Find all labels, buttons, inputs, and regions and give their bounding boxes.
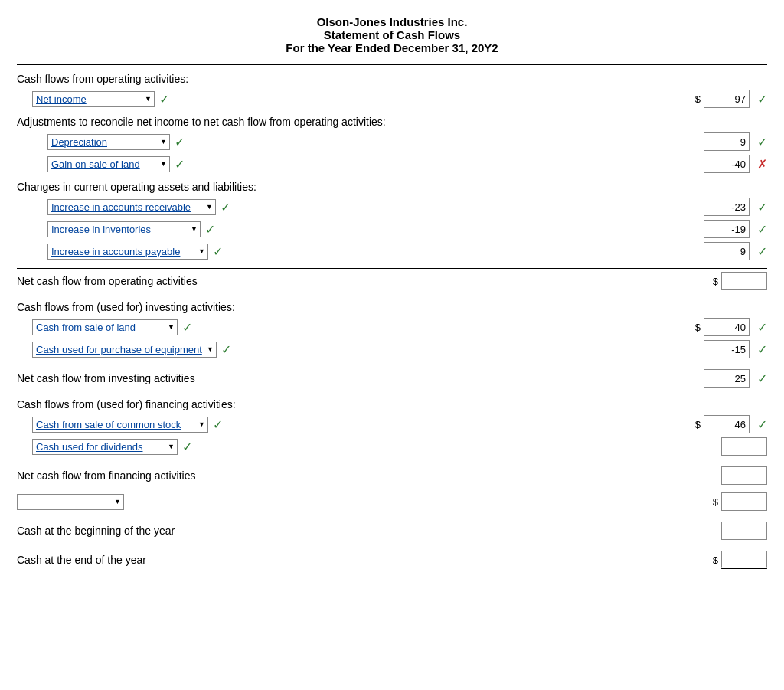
statement-title: Statement of Cash Flows — [17, 28, 767, 41]
purchase-equip-dropdown-wrapper[interactable]: Cash used for purchase of equipment — [32, 342, 217, 358]
ending-input[interactable] — [722, 554, 763, 565]
net-financing-input-area — [721, 466, 767, 485]
accts-payable-dropdown[interactable]: Increase in accounts payable — [47, 244, 208, 260]
depreciation-input-area: ✓ — [704, 132, 767, 151]
depreciation-dropdown-wrapper[interactable]: Depreciation — [47, 134, 170, 150]
accts-payable-input-area: ✓ — [704, 242, 767, 260]
common-stock-row: Cash from sale of common stock ✓ $ ✓ — [17, 415, 767, 433]
gain-land-input-area: ✗ — [704, 155, 767, 173]
dividends-input[interactable] — [722, 441, 763, 453]
depreciation-label-area: Depreciation ✓ — [47, 134, 704, 150]
dividends-input-area — [721, 437, 767, 456]
net-income-value-box[interactable] — [704, 90, 750, 108]
ending-label: Cash at the end of the year — [17, 554, 146, 566]
inventories-dropdown[interactable]: Increase in inventories — [47, 221, 201, 237]
dividends-row: Cash used for dividends ✓ — [17, 437, 767, 456]
report-header: Olson-Jones Industries Inc. Statement of… — [17, 15, 767, 54]
top-divider — [17, 64, 767, 65]
accts-receivable-check: ✓ — [220, 200, 230, 214]
net-income-input-area: $ ✓ — [695, 90, 767, 108]
net-investing-input[interactable] — [704, 373, 746, 384]
inventories-value-box[interactable] — [704, 220, 750, 238]
sale-land-dollar: $ — [695, 322, 701, 333]
dividends-dropdown[interactable]: Cash used for dividends — [32, 439, 178, 455]
period: For the Year Ended December 31, 20Y2 — [17, 41, 767, 54]
gain-land-input[interactable] — [704, 159, 746, 170]
net-change-input[interactable] — [722, 496, 763, 508]
common-stock-dropdown[interactable]: Cash from sale of common stock — [32, 417, 208, 433]
net-income-check: ✓ — [159, 92, 169, 106]
ending-value-box[interactable] — [721, 551, 767, 569]
accts-payable-dropdown-wrapper[interactable]: Increase in accounts payable — [47, 244, 208, 260]
blank-dropdown[interactable] — [17, 494, 124, 510]
accts-payable-label-area: Increase in accounts payable ✓ — [47, 244, 704, 260]
gain-land-row: Gain on sale of land ✓ ✗ — [17, 155, 767, 173]
sale-land-value-box[interactable] — [704, 318, 750, 336]
accts-payable-input[interactable] — [704, 246, 746, 257]
net-change-input-area: $ — [713, 492, 767, 511]
net-operating-label-area: Net cash flow from operating activities — [17, 275, 713, 287]
net-operating-input[interactable] — [722, 276, 763, 287]
accts-receivable-dropdown[interactable]: Increase in accounts receivable — [47, 199, 216, 215]
net-income-dropdown-wrapper[interactable]: Net income — [32, 91, 155, 107]
sale-land-label-area: Cash from sale of land ✓ — [32, 319, 695, 335]
company-name: Olson-Jones Industries Inc. — [17, 15, 767, 28]
purchase-equip-value-check: ✓ — [757, 342, 767, 357]
net-investing-value-box[interactable] — [704, 369, 750, 388]
purchase-equip-check: ✓ — [221, 342, 231, 357]
inventories-row: Increase in inventories ✓ ✓ — [17, 220, 767, 238]
dividends-check: ✓ — [182, 440, 192, 454]
net-financing-input[interactable] — [722, 470, 763, 482]
gain-land-value-box[interactable] — [704, 155, 750, 173]
gain-land-dropdown-wrapper[interactable]: Gain on sale of land — [47, 156, 170, 172]
net-income-dropdown[interactable]: Net income — [32, 91, 155, 107]
net-operating-row: Net cash flow from operating activities … — [17, 268, 767, 290]
net-financing-value-box[interactable] — [721, 466, 767, 485]
common-stock-value-box[interactable] — [704, 415, 750, 433]
beginning-value-box[interactable] — [721, 522, 767, 540]
gain-land-label-area: Gain on sale of land ✓ — [47, 156, 704, 172]
inventories-label-area: Increase in inventories ✓ — [47, 221, 704, 237]
page: Olson-Jones Industries Inc. Statement of… — [17, 15, 767, 569]
blank-dropdown-wrapper[interactable] — [17, 494, 124, 510]
sale-land-dropdown-wrapper[interactable]: Cash from sale of land — [32, 319, 178, 335]
depreciation-input[interactable] — [704, 136, 746, 148]
accts-receivable-dropdown-wrapper[interactable]: Increase in accounts receivable — [47, 199, 216, 215]
net-operating-value-box[interactable] — [721, 272, 767, 290]
depreciation-dropdown[interactable]: Depreciation — [47, 134, 170, 150]
net-investing-value-check: ✓ — [757, 371, 767, 386]
accts-receivable-label-area: Increase in accounts receivable ✓ — [47, 199, 704, 215]
accts-receivable-input[interactable] — [704, 201, 746, 213]
net-income-row: Net income ✓ $ ✓ — [17, 90, 767, 108]
common-stock-dropdown-wrapper[interactable]: Cash from sale of common stock — [32, 417, 208, 433]
purchase-equip-input-area: ✓ — [704, 340, 767, 358]
inventories-input[interactable] — [704, 224, 746, 235]
sale-land-input-area: $ ✓ — [695, 318, 767, 336]
inventories-value-check: ✓ — [757, 222, 767, 237]
net-income-input[interactable] — [704, 93, 746, 105]
gain-land-dropdown[interactable]: Gain on sale of land — [47, 156, 170, 172]
sale-land-check: ✓ — [182, 320, 192, 335]
sale-land-input[interactable] — [704, 322, 746, 333]
accts-receivable-value-box[interactable] — [704, 198, 750, 216]
dividends-dropdown-wrapper[interactable]: Cash used for dividends — [32, 439, 178, 455]
common-stock-input[interactable] — [704, 419, 746, 430]
purchase-equip-input[interactable] — [704, 344, 746, 355]
accts-payable-value-box[interactable] — [704, 242, 750, 260]
depreciation-check: ✓ — [175, 135, 185, 149]
dividends-value-box[interactable] — [721, 437, 767, 456]
dividends-label-area: Cash used for dividends ✓ — [32, 439, 721, 455]
accts-payable-row: Increase in accounts payable ✓ ✓ — [17, 242, 767, 260]
inventories-dropdown-wrapper[interactable]: Increase in inventories — [47, 221, 201, 237]
sale-land-dropdown[interactable]: Cash from sale of land — [32, 319, 178, 335]
purchase-equip-value-box[interactable] — [704, 340, 750, 358]
purchase-equip-label-area: Cash used for purchase of equipment ✓ — [32, 342, 704, 358]
accts-payable-check: ✓ — [213, 244, 223, 259]
sale-land-row: Cash from sale of land ✓ $ ✓ — [17, 318, 767, 336]
net-change-value-box[interactable] — [721, 492, 767, 511]
purchase-equip-dropdown[interactable]: Cash used for purchase of equipment — [32, 342, 217, 358]
depreciation-value-box[interactable] — [704, 132, 750, 151]
beginning-input[interactable] — [722, 525, 763, 537]
changes-header: Changes in current operating assets and … — [17, 181, 767, 193]
adjustments-header: Adjustments to reconcile net income to n… — [17, 116, 767, 128]
